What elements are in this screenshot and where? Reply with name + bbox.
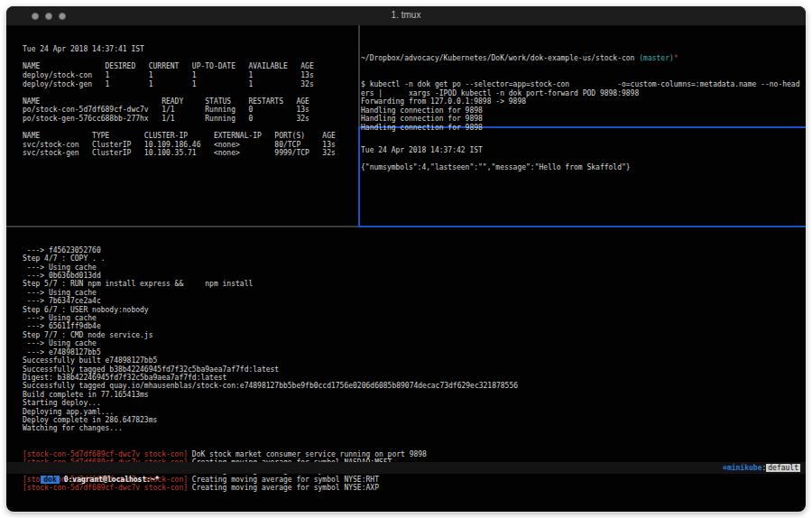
curl-watch-output: Tue 24 Apr 2018 14:37:42 IST {"numsymbol…	[361, 146, 805, 172]
curl-watch-pane[interactable]: Tue 24 Apr 2018 14:37:42 IST {"numsymbol…	[361, 129, 805, 190]
docker-build-output: ---> f45623052760 Step 4/7 : COPY . . --…	[23, 246, 804, 433]
port-forward-output: $ kubectl -n dok get po --selector=app=s…	[361, 80, 805, 133]
kube-namespace-label: default	[766, 464, 800, 472]
git-branch-label: (master)	[639, 54, 674, 62]
prompt-path-line: ~/Dropbox/advocacy/Kubernetes/DoK/work/d…	[361, 54, 805, 63]
kubectl-watch-pane[interactable]: Tue 24 Apr 2018 14:37:41 IST NAME DESIRE…	[23, 28, 356, 175]
pane-divider-horizontal-bottom-left	[6, 226, 358, 227]
session-name-badge[interactable]: dok	[41, 476, 59, 484]
status-bar-right: ☸minikube:default	[723, 462, 800, 474]
terminal-window: 1. tmux Tue 24 Apr 2018 14:37:41 IST NAM…	[6, 6, 806, 512]
kube-context-label: minikube	[727, 464, 762, 472]
window-title: 1. tmux	[6, 10, 806, 20]
pane-divider-vertical-active	[358, 126, 360, 227]
tmux-status-bar: dok0:vagrant@localhost:~* ☸minikube:defa…	[6, 462, 806, 474]
log-line: [stock-con-5d7df689cf-dwc7v stock-con] D…	[23, 450, 804, 458]
cwd-path: ~/Dropbox/advocacy/Kubernetes/DoK/work/d…	[361, 54, 639, 62]
kubectl-watch-output: Tue 24 Apr 2018 14:37:41 IST NAME DESIRE…	[23, 45, 356, 158]
window-titlebar: 1. tmux	[6, 6, 806, 26]
window-list-item[interactable]: 0:vagrant@localhost:~*	[64, 476, 160, 484]
pane-divider-vertical-top	[358, 25, 360, 126]
git-dirty-marker: *	[674, 54, 678, 62]
pane-divider-horizontal-bottom-right	[358, 226, 806, 227]
